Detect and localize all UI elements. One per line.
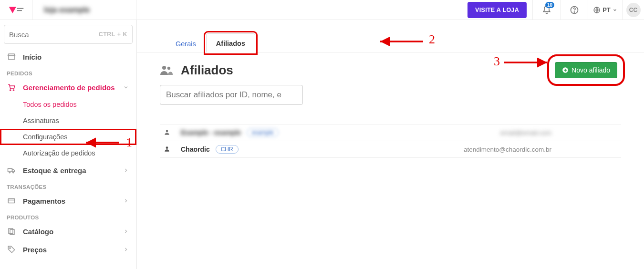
- main-content: Gerais Afiliados Afiliados Novo afiliado: [137, 20, 644, 269]
- globe-icon: [593, 6, 601, 14]
- svg-point-14: [162, 66, 166, 70]
- chevron-down-icon: [613, 8, 617, 12]
- sidebar-item-precos[interactable]: Preços: [0, 240, 136, 259]
- notification-badge: 10: [545, 2, 554, 8]
- sidebar: CTRL + K Início PEDIDOS Gerenciamento de…: [0, 20, 137, 269]
- avatar: CC: [626, 3, 641, 17]
- top-bar: loja example VISITE A LOJA 10 PT CC: [0, 0, 644, 20]
- affiliate-tag: CHR: [216, 145, 239, 154]
- affiliate-name: Chaordic: [181, 145, 210, 153]
- sidebar-item-pagamentos[interactable]: Pagamentos: [0, 192, 136, 210]
- chevron-right-icon: [123, 197, 129, 205]
- store-icon: [7, 52, 16, 61]
- svg-rect-1: [17, 10, 21, 11]
- language-selector[interactable]: PT: [588, 0, 622, 20]
- sidebar-section-transacoes: TRANSAÇÕES: [0, 179, 136, 192]
- user-menu[interactable]: CC: [622, 0, 644, 20]
- tag-icon: [7, 245, 16, 254]
- sidebar-section-produtos: PRODUTOS: [0, 210, 136, 222]
- svg-point-3: [574, 11, 574, 12]
- user-icon: [164, 129, 172, 137]
- sidebar-item-estoque[interactable]: Estoque & entrega: [0, 161, 136, 179]
- user-icon: [164, 145, 172, 154]
- vtex-logo-icon: [8, 6, 24, 14]
- sidebar-item-catalogo[interactable]: Catálogo: [0, 222, 136, 240]
- list-item[interactable]: Chaordic CHR atendimento@chaordic.com.br: [160, 141, 621, 158]
- affiliates-list: Example - example example email@email.co…: [160, 124, 621, 158]
- visit-store-button[interactable]: VISITE A LOJA: [467, 2, 527, 18]
- affiliate-tag: example: [247, 128, 279, 137]
- logo[interactable]: [0, 0, 32, 20]
- svg-rect-0: [17, 8, 23, 9]
- notifications-button[interactable]: 10: [532, 0, 560, 20]
- sidebar-sub-assinaturas[interactable]: Assinaturas: [0, 113, 136, 129]
- sidebar-sub-autorizacao[interactable]: Autorização de pedidos: [0, 145, 136, 161]
- affiliate-name: Example - example: [181, 129, 241, 136]
- affiliate-email: email@email.com: [500, 129, 551, 136]
- affiliate-email: atendimento@chaordic.com.br: [464, 146, 551, 153]
- sidebar-section-pedidos: PEDIDOS: [0, 66, 136, 78]
- sidebar-search[interactable]: CTRL + K: [4, 25, 133, 44]
- sidebar-sub-todos[interactable]: Todos os pedidos: [0, 96, 136, 113]
- tabs: Gerais Afiliados: [137, 20, 644, 52]
- truck-icon: [7, 166, 16, 175]
- svg-point-5: [10, 90, 11, 91]
- cart-icon: [7, 83, 16, 92]
- catalog-icon: [7, 227, 16, 236]
- account-name[interactable]: loja example: [32, 0, 136, 20]
- page-title: Afiliados: [181, 63, 233, 78]
- chevron-right-icon: [123, 228, 129, 236]
- affiliates-search-input[interactable]: [160, 85, 303, 105]
- help-button[interactable]: [560, 0, 588, 20]
- plus-circle-icon: [562, 67, 569, 73]
- search-shortcut-hint: CTRL + K: [99, 31, 127, 38]
- new-affiliate-button[interactable]: Novo afiliado: [555, 62, 617, 78]
- svg-rect-7: [8, 168, 12, 172]
- sidebar-sub-configuracoes[interactable]: Configurações: [0, 129, 136, 145]
- tab-gerais[interactable]: Gerais: [166, 34, 206, 52]
- sidebar-item-inicio[interactable]: Início: [0, 48, 136, 66]
- svg-point-17: [166, 130, 168, 132]
- svg-point-6: [13, 90, 14, 91]
- svg-point-15: [167, 67, 170, 70]
- svg-point-9: [13, 172, 14, 173]
- svg-point-13: [10, 248, 10, 248]
- help-icon: [570, 5, 579, 15]
- chevron-down-icon: [123, 83, 129, 92]
- svg-point-18: [166, 146, 168, 149]
- chevron-right-icon: [123, 246, 129, 254]
- list-item[interactable]: Example - example example email@email.co…: [160, 124, 621, 141]
- sidebar-search-input[interactable]: [9, 31, 80, 39]
- users-icon: [160, 64, 173, 76]
- sidebar-item-gerenciamento[interactable]: Gerenciamento de pedidos: [0, 78, 136, 96]
- svg-point-8: [9, 172, 10, 173]
- svg-rect-10: [8, 199, 15, 203]
- tab-afiliados[interactable]: Afiliados: [206, 33, 255, 52]
- page-title-wrap: Afiliados: [160, 63, 233, 78]
- chevron-right-icon: [123, 166, 129, 175]
- card-icon: [7, 197, 16, 205]
